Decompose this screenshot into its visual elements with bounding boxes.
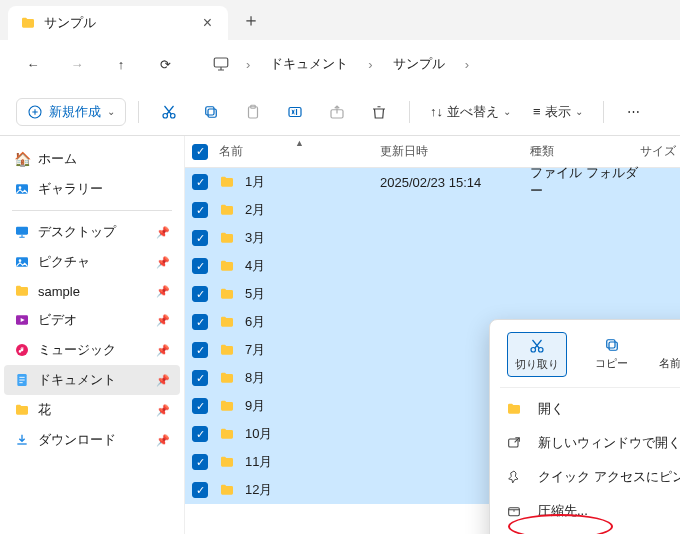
up-button[interactable]: ↑ — [104, 47, 138, 81]
row-checkbox[interactable]: ✓ — [185, 426, 215, 442]
sort-ascending-icon: ▲ — [295, 138, 304, 148]
row-checkbox[interactable]: ✓ — [185, 454, 215, 470]
breadcrumb-item[interactable]: ドキュメント — [266, 55, 352, 73]
chevron-down-icon: ⌄ — [107, 106, 115, 117]
header-checkbox[interactable]: ✓ — [185, 144, 215, 160]
paste-button[interactable] — [235, 94, 271, 130]
file-name-cell: 7月 — [215, 341, 380, 359]
sidebar-item[interactable]: sample📌 — [4, 277, 180, 305]
folder-icon — [14, 402, 30, 418]
row-checkbox[interactable]: ✓ — [185, 370, 215, 386]
delete-button[interactable] — [361, 94, 397, 130]
sidebar-item[interactable]: 花📌 — [4, 395, 180, 425]
ctx-copy-path[interactable]: パスのコピー Ctrl+Shift+C — [490, 528, 680, 534]
new-window-icon — [506, 435, 524, 451]
folder-icon — [506, 401, 524, 417]
ctx-rename-button[interactable]: 名前の変更 — [657, 332, 681, 377]
column-type[interactable]: 種類 — [530, 143, 640, 160]
row-checkbox[interactable]: ✓ — [185, 314, 215, 330]
breadcrumb-item[interactable]: サンプル — [389, 55, 449, 73]
sidebar-gallery[interactable]: ギャラリー — [4, 174, 180, 204]
svg-rect-8 — [289, 107, 301, 116]
pin-icon: 📌 — [156, 285, 170, 298]
sidebar-item[interactable]: デスクトップ📌 — [4, 217, 180, 247]
ctx-cut-button[interactable]: 切り取り — [507, 332, 567, 377]
file-name-cell: 3月 — [215, 229, 380, 247]
video-icon — [14, 312, 30, 328]
new-button[interactable]: 新規作成 ⌄ — [16, 98, 126, 126]
row-checkbox[interactable]: ✓ — [185, 202, 215, 218]
svg-rect-24 — [509, 508, 520, 516]
sidebar-item-label: ピクチャ — [38, 253, 90, 271]
copy-button[interactable] — [193, 94, 229, 130]
view-button[interactable]: ≡ 表示 ⌄ — [525, 99, 591, 125]
sidebar: 🏠 ホーム ギャラリー デスクトップ📌ピクチャ📌sample📌ビデオ📌ミュージッ… — [0, 136, 185, 534]
sidebar-home[interactable]: 🏠 ホーム — [4, 144, 180, 174]
file-row[interactable]: ✓1月2025/02/23 15:14ファイル フォルダー — [185, 168, 680, 196]
docs-icon — [14, 372, 30, 388]
sidebar-item[interactable]: ピクチャ📌 — [4, 247, 180, 277]
download-icon — [14, 432, 30, 448]
column-date[interactable]: 更新日時 — [380, 143, 530, 160]
file-row[interactable]: ✓2月 — [185, 196, 680, 224]
more-button[interactable]: ⋯ — [616, 94, 652, 130]
copy-icon — [603, 336, 621, 354]
svg-point-14 — [19, 259, 22, 262]
row-checkbox[interactable]: ✓ — [185, 342, 215, 358]
gallery-icon — [14, 181, 30, 197]
file-type: ファイル フォルダー — [530, 164, 640, 200]
ctx-copy-button[interactable]: コピー — [582, 332, 642, 377]
row-checkbox[interactable]: ✓ — [185, 258, 215, 274]
add-tab-button[interactable]: ＋ — [228, 8, 274, 32]
share-button[interactable] — [319, 94, 355, 130]
ctx-open[interactable]: 開く Enter — [490, 392, 680, 426]
file-row[interactable]: ✓3月 — [185, 224, 680, 252]
refresh-button[interactable]: ⟳ — [148, 47, 182, 81]
sidebar-item-label: ビデオ — [38, 311, 77, 329]
row-checkbox[interactable]: ✓ — [185, 230, 215, 246]
folder-icon — [219, 454, 235, 470]
row-checkbox[interactable]: ✓ — [185, 482, 215, 498]
ctx-compress[interactable]: 圧縮先... › — [490, 494, 680, 528]
sidebar-item[interactable]: ダウンロード📌 — [4, 425, 180, 455]
crumb-separator: › — [362, 57, 378, 72]
context-menu-icon-row: 切り取り コピー 名前の変更 — [490, 326, 680, 383]
window-tab[interactable]: サンプル × — [8, 6, 228, 40]
sort-label: 並べ替え — [447, 103, 499, 121]
ctx-new-window[interactable]: 新しいウィンドウで開く — [490, 426, 680, 460]
crumb-separator: › — [459, 57, 475, 72]
cut-button[interactable] — [151, 94, 187, 130]
rename-button[interactable] — [277, 94, 313, 130]
plus-circle-icon — [27, 104, 43, 120]
sidebar-item-label: ミュージック — [38, 341, 116, 359]
menu-separator — [500, 387, 680, 388]
view-label: 表示 — [545, 103, 571, 121]
row-checkbox[interactable]: ✓ — [185, 174, 215, 190]
file-name: 10月 — [245, 425, 272, 443]
sort-button[interactable]: ↑↓ 並べ替え ⌄ — [422, 99, 519, 125]
sidebar-separator — [12, 210, 172, 211]
ctx-pin-quick-access[interactable]: クイック アクセスにピン留めする — [490, 460, 680, 494]
scissors-icon — [528, 337, 546, 355]
sidebar-item[interactable]: ビデオ📌 — [4, 305, 180, 335]
forward-button[interactable]: → — [60, 47, 94, 81]
file-name-cell: 9月 — [215, 397, 380, 415]
close-tab-button[interactable]: × — [199, 14, 216, 32]
folder-icon — [219, 426, 235, 442]
folder-icon — [219, 174, 235, 190]
file-row[interactable]: ✓4月 — [185, 252, 680, 280]
file-row[interactable]: ✓5月 — [185, 280, 680, 308]
pin-icon: 📌 — [156, 314, 170, 327]
navigation-bar: ← → ↑ ⟳ › ドキュメント › サンプル › — [0, 40, 680, 88]
column-size[interactable]: サイズ — [640, 143, 680, 160]
sidebar-item[interactable]: ミュージック📌 — [4, 335, 180, 365]
sidebar-item-label: デスクトップ — [38, 223, 116, 241]
crumb-separator: › — [240, 57, 256, 72]
row-checkbox[interactable]: ✓ — [185, 286, 215, 302]
row-checkbox[interactable]: ✓ — [185, 398, 215, 414]
back-button[interactable]: ← — [16, 47, 50, 81]
sidebar-item[interactable]: ドキュメント📌 — [4, 365, 180, 395]
view-icon: ≡ — [533, 104, 541, 119]
folder-icon — [219, 342, 235, 358]
sort-icon: ↑↓ — [430, 104, 443, 119]
